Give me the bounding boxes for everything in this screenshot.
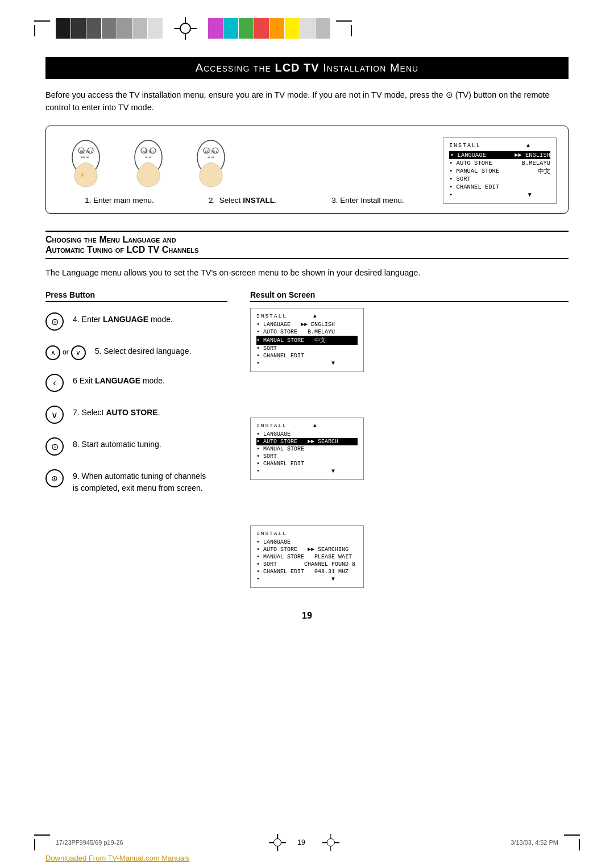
page-title-box: Accessing the LCD TV Installation Menu — [45, 57, 569, 79]
step-4-row: ⊙ 4. Enter LANGUAGE mode. — [45, 311, 227, 331]
top-color-bar — [0, 0, 614, 51]
install-menu-title: INSTALL ▲ — [449, 143, 550, 149]
result-3-sort: • SORT CHANNEL FOUND 8 — [256, 561, 358, 568]
menu-item-autostore: • AUTO STORE B.MELAYU — [449, 159, 550, 167]
label-1: 1. Enter main menu. — [85, 196, 154, 205]
col-press-button: Press Button ⊙ 4. Enter LANGUAGE mode. ∧… — [45, 290, 227, 599]
intro-text: Before you access the TV installation me… — [45, 89, 569, 114]
corner-marks-left — [34, 20, 50, 36]
page-content: Accessing the LCD TV Installation Menu B… — [0, 51, 614, 655]
corner-marks-right — [336, 20, 352, 36]
label-3: 3. Enter Install menu. — [331, 196, 404, 205]
result-on-screen-header: Result on Screen — [250, 290, 569, 302]
crosshair-center — [174, 17, 197, 40]
page-number: 19 — [45, 611, 569, 621]
remote-3-icon: MENU ≡ ≡ — [188, 137, 234, 189]
result-box-2: INSTALL ▲ • LANGUAGE • AUTO STORE ►► SEA… — [250, 418, 364, 480]
step-9-text: 9. When automatic tuning of channelsis c… — [73, 468, 206, 494]
result-1-language: • LANGUAGE ►► ENGLISH — [256, 321, 358, 328]
step-6-text: 6 Exit LANGUAGE mode. — [73, 373, 165, 387]
result-box-1: INSTALL ▲ • LANGUAGE ►► ENGLISH • AUTO S… — [250, 308, 364, 372]
title-suffix: Installation Menu — [323, 61, 418, 74]
illustration-box: MENU ≡ ≡ ∧ ∨ ✋ — [45, 126, 569, 214]
result-1-title: INSTALL ▲ — [256, 313, 358, 319]
svg-text:∨: ∨ — [80, 155, 82, 158]
footer-left-text: 17/23PF9945/69 p19-26 — [56, 839, 269, 846]
step-5-icon-up: ∧ — [45, 345, 60, 360]
black-color-strip — [56, 18, 163, 39]
result-2-manualstore: • MANUAL STORE — [256, 445, 358, 453]
result-1-sort: • SORT — [256, 345, 358, 352]
step-6-icon: ‹ — [45, 374, 64, 392]
step-5-row: ∧ or ∨ 5. Select desired language. — [45, 343, 227, 360]
menu-item-language: • LANGUAGE ►► ENGLISH — [449, 151, 550, 159]
remote-1-icon: MENU ≡ ≡ ∧ ∨ ✋ — [63, 137, 109, 189]
step-8-text: 8. Start automatic tuning. — [73, 436, 161, 450]
step-5-or: or — [63, 348, 69, 356]
page-wrapper: Accessing the LCD TV Installation Menu B… — [0, 0, 614, 655]
menu-item-manualstore: • MANUAL STORE 中文 — [449, 167, 550, 175]
svg-text:≡ ≡: ≡ ≡ — [208, 155, 214, 160]
svg-text:≡ ≡: ≡ ≡ — [145, 155, 152, 160]
step-8-icon: ⊙ — [45, 437, 64, 456]
page-title: Accessing the LCD TV Installation Menu — [57, 61, 557, 74]
section-2-heading: Choosing the Menu Language andAutomatic … — [45, 231, 569, 259]
remote-2-icon: MENU ≡ ≡ — [126, 137, 171, 189]
section-text: The Language menu allows you to set the … — [45, 267, 569, 279]
result-1-bottom: • ▼ — [256, 360, 358, 367]
step-7-text: 7. Select AUTO STORE. — [73, 404, 160, 419]
remote-3: MENU ≡ ≡ — [188, 137, 234, 190]
menu-item-sort: • SORT — [449, 175, 550, 183]
remote-2: MENU ≡ ≡ — [126, 137, 171, 190]
title-prefix: Accessing the — [196, 61, 275, 74]
result-3-channeledit: • CHANNEL EDIT 048.31 MHZ — [256, 568, 358, 575]
title-bold: LCD TV — [275, 61, 319, 74]
bottom-crosshair-right — [322, 834, 339, 851]
color-strip — [208, 18, 330, 39]
result-2-autostore: • AUTO STORE ►► SEARCH — [256, 438, 358, 445]
step-8-row: ⊙ 8. Start automatic tuning. — [45, 436, 227, 456]
svg-text:✋: ✋ — [80, 173, 85, 177]
result-box-3: INSTALL • LANGUAGE • AUTO STORE ►► SEARC… — [250, 525, 364, 588]
install-menu-box: INSTALL ▲ • LANGUAGE ►► ENGLISH • AUTO S… — [443, 137, 557, 204]
label-2: 2. Select INSTALL. — [209, 196, 277, 205]
press-button-header: Press Button — [45, 290, 227, 302]
bottom-corner-left — [34, 834, 50, 850]
step-6-row: ‹ 6 Exit LANGUAGE mode. — [45, 373, 227, 392]
result-3-bottom: • ▼ — [256, 575, 358, 583]
step-4-text: 4. Enter LANGUAGE mode. — [73, 311, 173, 326]
download-link[interactable]: Downloaded From TV-Manual.com Manuals — [45, 854, 189, 862]
result-3-manualstore: • MANUAL STORE PLEASE WAIT — [256, 553, 358, 561]
result-3-title: INSTALL — [256, 531, 358, 537]
col-result-screen: Result on Screen INSTALL ▲ • LANGUAGE ►►… — [250, 290, 569, 599]
result-3-autostore: • AUTO STORE ►► SEARCHING — [256, 546, 358, 553]
remote-1: MENU ≡ ≡ ∧ ∨ ✋ — [63, 137, 109, 190]
footer-center-text: 19 — [297, 838, 305, 846]
step-7-row: ∨ 7. Select AUTO STORE. — [45, 404, 227, 424]
bottom-bar: 17/23PF9945/69 p19-26 19 3/13/03, 4:52 P… — [0, 834, 614, 851]
result-2-language: • LANGUAGE — [256, 431, 358, 438]
step-4-icon: ⊙ — [45, 312, 64, 331]
step-7-icon: ∨ — [45, 406, 64, 424]
bottom-corner-right — [564, 834, 580, 850]
bottom-crosshair — [269, 834, 286, 851]
result-2-channeledit: • CHANNEL EDIT — [256, 460, 358, 468]
svg-text:∧: ∧ — [80, 149, 82, 153]
step-9-icon: ⊛ — [45, 469, 64, 487]
footer-right-text: 3/13/03, 4:52 PM — [345, 839, 558, 846]
step-5-icon-down: ∨ — [71, 345, 86, 360]
menu-item-bottom: • ▼ — [449, 191, 550, 199]
result-2-title: INSTALL ▲ — [256, 423, 358, 429]
result-1-autostore: • AUTO STORE B.MELAYU — [256, 328, 358, 336]
step-9-row: ⊛ 9. When automatic tuning of channelsis… — [45, 468, 227, 494]
result-1-channeledit: • CHANNEL EDIT — [256, 352, 358, 360]
step-5-text: 5. Select desired language. — [95, 343, 192, 357]
svg-text:≡ ≡: ≡ ≡ — [82, 155, 89, 160]
illustration-labels: 1. Enter main menu. 2. Select INSTALL. 3… — [57, 196, 432, 205]
result-3-language: • LANGUAGE — [256, 539, 358, 546]
menu-item-channeledit: • CHANNEL EDIT — [449, 183, 550, 191]
result-2-bottom: • ▼ — [256, 468, 358, 475]
two-column-layout: Press Button ⊙ 4. Enter LANGUAGE mode. ∧… — [45, 290, 569, 599]
result-2-sort: • SORT — [256, 453, 358, 460]
result-1-manualstore: • MANUAL STORE 中文 — [256, 336, 358, 345]
